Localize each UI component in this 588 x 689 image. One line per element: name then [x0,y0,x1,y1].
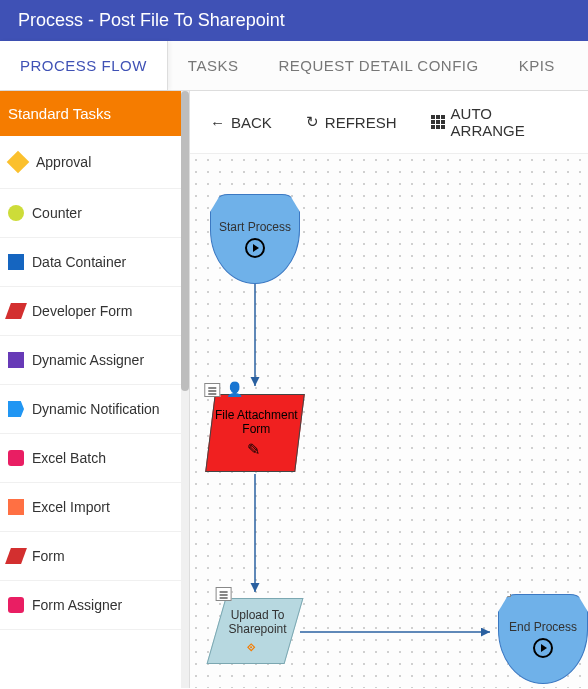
node-label: File Attachment Form [212,408,300,436]
cloud-icon: ⟐ [247,638,255,654]
sidebar-item-excel-batch[interactable]: Excel Batch [0,434,181,483]
pencil-icon: ✎ [247,440,260,459]
sidebar-item-label: Form Assigner [32,597,122,613]
sidebar-item-label: Counter [32,205,82,221]
notification-icon [8,401,24,417]
tab-tasks[interactable]: TASKS [168,41,259,90]
sidebar-item-excel-import[interactable]: Excel Import [0,483,181,532]
node-upload-to-sharepoint[interactable]: Upload To Sharepoint ⟐ [207,598,304,664]
sidebar-item-developer-form[interactable]: Developer Form [0,287,181,336]
diamond-icon [7,151,30,174]
import-icon [8,499,24,515]
node-end-process[interactable]: End Process [498,594,588,684]
batch-icon [8,450,24,466]
sidebar-item-data-container[interactable]: Data Container [0,238,181,287]
tab-request-detail-config[interactable]: REQUEST DETAIL CONFIG [258,41,498,90]
node-label: Upload To Sharepoint [220,608,296,636]
sidebar-item-dynamic-notification[interactable]: Dynamic Notification [0,385,181,434]
sidebar-item-label: Approval [36,154,91,170]
tabs: PROCESS FLOW TASKS REQUEST DETAIL CONFIG… [0,41,588,91]
page-title: Process - Post File To Sharepoint [0,0,588,41]
sidebar-scrollbar[interactable] [181,91,189,688]
tab-kpis[interactable]: KPIS [499,41,575,90]
document-icon [495,583,511,597]
grid-icon [431,115,445,129]
form-icon [5,548,27,564]
sidebar-item-label: Developer Form [32,303,132,319]
sidebar-item-counter[interactable]: Counter [0,189,181,238]
auto-arrange-label: AUTO ARRANGE [451,105,568,139]
node-label: End Process [509,620,577,634]
canvas[interactable]: Start Process 👤 File Attachment Form ✎ U… [190,154,588,688]
sidebar-item-label: Excel Batch [32,450,106,466]
refresh-label: REFRESH [325,114,397,131]
form-assigner-icon [8,597,24,613]
auto-arrange-button[interactable]: AUTO ARRANGE [431,105,568,139]
sidebar-item-approval[interactable]: Approval [0,136,181,189]
form-icon [5,303,27,319]
sidebar-item-form-assigner[interactable]: Form Assigner [0,581,181,630]
sidebar-header: Standard Tasks [0,91,181,136]
sidebar-item-label: Form [32,548,65,564]
play-icon [533,638,553,658]
sidebar-item-label: Dynamic Notification [32,401,160,417]
tab-more[interactable]: P [575,41,588,90]
sidebar-item-form[interactable]: Form [0,532,181,581]
refresh-button[interactable]: ↻ REFRESH [306,113,397,131]
node-start-process[interactable]: Start Process [210,194,300,284]
refresh-icon: ↻ [306,113,319,131]
scroll-handle[interactable] [181,91,189,391]
sidebar-item-label: Dynamic Assigner [32,352,144,368]
main-panel: ← BACK ↻ REFRESH AUTO ARRANGE [190,91,588,688]
sidebar-item-label: Data Container [32,254,126,270]
node-file-attachment-form[interactable]: 👤 File Attachment Form ✎ [205,394,305,472]
container-icon [8,254,24,270]
node-label: Start Process [219,220,291,234]
back-button[interactable]: ← BACK [210,114,272,131]
tab-process-flow[interactable]: PROCESS FLOW [0,41,168,90]
document-icon [216,587,232,601]
toolbar: ← BACK ↻ REFRESH AUTO ARRANGE [190,91,588,154]
circle-icon [8,205,24,221]
sidebar: Standard Tasks Approval Counter Data Con… [0,91,190,688]
play-icon [245,238,265,258]
back-label: BACK [231,114,272,131]
document-icon [204,383,220,397]
sidebar-item-dynamic-assigner[interactable]: Dynamic Assigner [0,336,181,385]
person-icon: 👤 [226,381,243,397]
sidebar-item-label: Excel Import [32,499,110,515]
assigner-icon [8,352,24,368]
arrow-left-icon: ← [210,114,225,131]
